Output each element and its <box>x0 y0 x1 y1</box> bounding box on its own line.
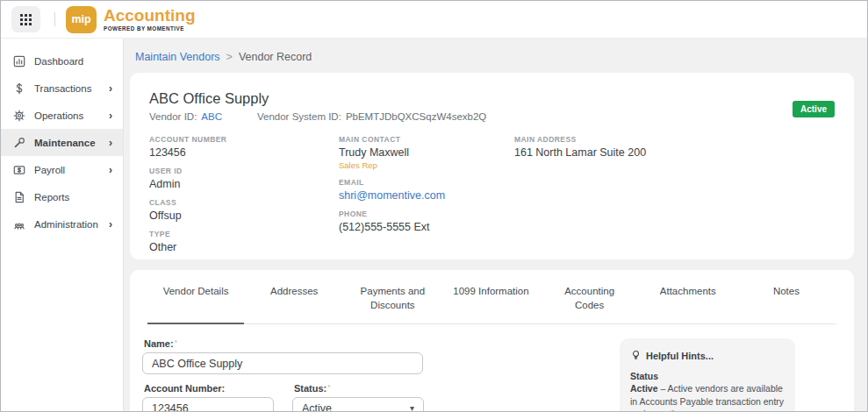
tab-addresses[interactable]: Addresses <box>246 270 342 323</box>
document-icon <box>13 191 26 203</box>
vendor-title-block: ABC Office Supply Vendor ID: ABC Vendor … <box>149 84 486 122</box>
sidebar: Dashboard Transactions › Operations › Ma… <box>1 39 124 411</box>
sidebar-item-label: Administration <box>34 219 101 230</box>
chevron-right-icon: › <box>109 110 112 121</box>
sidebar-item-label: Transactions <box>34 83 101 94</box>
breadcrumb-current: Vendor Record <box>239 51 312 63</box>
sidebar-item-operations[interactable]: Operations › <box>1 102 123 129</box>
header-divider <box>54 12 55 26</box>
sidebar-item-administration[interactable]: Administration › <box>1 210 123 238</box>
vendor-id-label: Vendor ID: <box>149 111 197 122</box>
sidebar-item-reports[interactable]: Reports <box>1 183 123 210</box>
field-class: CLASS Offsup <box>149 198 339 222</box>
apps-grid-icon <box>20 14 32 25</box>
payroll-icon <box>13 164 26 176</box>
people-icon <box>13 218 26 231</box>
chevron-right-icon: › <box>109 138 112 148</box>
field-type: TYPE Other <box>149 230 339 253</box>
field-phone: PHONE (512)555-5555 Ext <box>339 210 514 233</box>
tab-vendor-details[interactable]: Vendor Details <box>147 270 244 324</box>
app-header: mip Accounting POWERED BY MOMENTIVE <box>1 1 867 39</box>
main-content: Maintain Vendors > Vendor Record ABC Off… <box>124 39 867 411</box>
sidebar-item-label: Dashboard <box>34 56 112 67</box>
vendor-details-column-3: MAIN ADDRESS 161 North Lamar Suite 200 <box>514 135 835 261</box>
chevron-right-icon: › <box>109 219 112 230</box>
sidebar-item-transactions[interactable]: Transactions › <box>1 75 123 102</box>
helpful-hints-panel: Helpful Hints... Status Active – Active … <box>620 338 795 412</box>
hints-title-text: Helpful Hints... <box>646 351 714 361</box>
app-tagline: POWERED BY MOMENTIVE <box>104 25 196 32</box>
hint-active: Active – Active vendors are available in… <box>630 382 785 412</box>
email-link[interactable]: shri@momentive.com <box>339 189 445 202</box>
breadcrumb-link-maintain-vendors[interactable]: Maintain Vendors <box>135 51 220 63</box>
mip-logo: mip <box>66 6 97 33</box>
name-input[interactable] <box>142 352 423 374</box>
name-label: Name: <box>144 338 599 349</box>
vendor-system-id-label: Vendor System ID: <box>257 111 341 122</box>
sidebar-item-label: Payroll <box>34 165 101 175</box>
tab-attachments[interactable]: Attachments <box>640 270 736 323</box>
tab-payments-and-discounts[interactable]: Payments and Discounts <box>344 270 441 323</box>
vendor-id-link[interactable]: ABC <box>201 111 222 122</box>
sidebar-item-label: Maintenance <box>34 138 101 148</box>
gear-icon <box>13 110 26 122</box>
chevron-right-icon: › <box>109 83 112 94</box>
contact-role: Sales Rep <box>339 160 514 170</box>
app-launcher-button[interactable] <box>11 6 40 32</box>
status-badge: Active <box>793 101 835 117</box>
vendor-details-column-2: MAIN CONTACT Trudy Maxwell Sales Rep EMA… <box>339 135 514 261</box>
status-select[interactable]: Active ▾ <box>292 397 424 412</box>
sidebar-item-label: Reports <box>34 192 112 202</box>
chevron-down-icon: ▾ <box>410 403 414 412</box>
tab-bar: Vendor Details Addresses Payments and Di… <box>147 270 836 324</box>
app-title: Accounting <box>104 7 196 24</box>
vendor-name-heading: ABC Office Supply <box>149 90 486 107</box>
breadcrumb-separator-icon: > <box>226 51 233 63</box>
tab-notes[interactable]: Notes <box>738 270 835 323</box>
tab-1099-information[interactable]: 1099 Information <box>442 270 539 323</box>
wrench-icon <box>13 137 26 149</box>
vendor-summary-card: ABC Office Supply Vendor ID: ABC Vendor … <box>130 73 854 259</box>
account-number-label: Account Number: <box>144 383 274 394</box>
vendor-system-id-value: PbEMTJDbQXCSqzW4sexb2Q <box>346 111 486 122</box>
dashboard-icon <box>13 55 26 67</box>
dollar-icon <box>13 82 26 95</box>
sidebar-item-payroll[interactable]: Payroll › <box>1 156 123 183</box>
app-window: mip Accounting POWERED BY MOMENTIVE Dash… <box>0 0 868 412</box>
sidebar-item-dashboard[interactable]: Dashboard <box>1 47 123 75</box>
hints-section-heading: Status <box>630 371 785 381</box>
field-account-number: ACCOUNT NUMBER 123456 <box>149 135 339 159</box>
brand-block: Accounting POWERED BY MOMENTIVE <box>104 7 196 32</box>
field-main-contact: MAIN CONTACT Trudy Maxwell Sales Rep <box>339 135 514 170</box>
vendor-details-form: Name: Account Number: Status: <box>142 338 599 412</box>
field-user-id: USER ID Admin <box>149 167 339 190</box>
tab-accounting-codes[interactable]: Accounting Codes <box>542 270 638 323</box>
lightbulb-icon <box>630 350 642 361</box>
field-email: EMAIL shri@momentive.com <box>339 178 514 202</box>
status-label: Status: <box>294 383 424 394</box>
vendor-detail-card: Vendor Details Addresses Payments and Di… <box>130 270 854 412</box>
vendor-details-column-1: ACCOUNT NUMBER 123456 USER ID Admin CLAS… <box>149 135 339 261</box>
breadcrumb: Maintain Vendors > Vendor Record <box>135 51 854 63</box>
sidebar-item-label: Operations <box>34 110 101 121</box>
account-number-input[interactable] <box>142 397 274 412</box>
sidebar-item-maintenance[interactable]: Maintenance › <box>1 129 123 156</box>
status-select-value: Active <box>302 402 332 412</box>
chevron-right-icon: › <box>109 165 112 175</box>
field-main-address: MAIN ADDRESS 161 North Lamar Suite 200 <box>514 135 835 159</box>
